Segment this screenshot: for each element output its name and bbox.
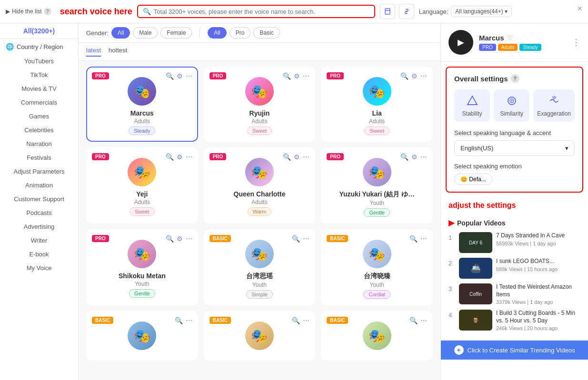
voice-card-row4a[interactable]: BASIC 🔍 ⋯ 🎭: [86, 311, 198, 361]
search-voice-icon[interactable]: 🔍: [283, 72, 291, 80]
settings-voice-icon[interactable]: ⚙: [177, 235, 183, 243]
emotion-button[interactable]: 😊 Defa...: [454, 174, 492, 185]
sidebar-item-movies-tv[interactable]: Movies & TV: [0, 82, 78, 96]
settings-voice-icon[interactable]: ⚙: [294, 153, 300, 161]
sidebar-country-region[interactable]: 🌐 Country / Region: [0, 39, 78, 54]
more-voice-icon[interactable]: ⋯: [303, 153, 309, 161]
more-voice-icon[interactable]: ⋯: [186, 235, 192, 243]
hide-list-button[interactable]: ▶ Hide the list ?: [6, 8, 51, 15]
sidebar-item-tiktok[interactable]: TikTok: [0, 68, 78, 82]
sidebar-item-narration[interactable]: Narration: [0, 137, 78, 151]
language-dropdown[interactable]: All languages(44+) ▾: [451, 6, 512, 17]
voice-card-shikoku[interactable]: PRO 🔍 ⚙ ⋯ 🎭 Shikoku Metan Youth Gentle: [86, 229, 198, 305]
voice-name: Lia: [372, 109, 382, 117]
voice-age: Adults: [369, 118, 385, 125]
sidebar-item-my-voice[interactable]: My Voice: [0, 261, 78, 275]
sidebar-item-animation[interactable]: Animation: [0, 178, 78, 192]
tab-hottest[interactable]: hottest: [109, 47, 127, 57]
link-icon-btn[interactable]: [399, 4, 414, 19]
bookmark-icon-btn[interactable]: [380, 4, 395, 19]
search-box[interactable]: 🔍: [137, 5, 375, 18]
video-item-4[interactable]: 4 🪵 I Build 3 Cutting Boards - 5 Min vs.…: [448, 310, 580, 331]
more-voice-icon[interactable]: ⋯: [420, 72, 427, 80]
search-voice-icon[interactable]: 🔍: [166, 235, 174, 243]
play-overlay[interactable]: ▶: [448, 30, 473, 55]
voice-avatar-yeji: 🎭: [128, 158, 156, 186]
filter-all-btn[interactable]: All: [111, 27, 130, 39]
more-options-button[interactable]: ⋮: [572, 37, 580, 48]
search-voice-icon[interactable]: 🔍: [166, 72, 174, 80]
bottom-cta[interactable]: + Click to Create Similar Trending Video…: [441, 341, 588, 360]
sidebar-item-adjust-parameters[interactable]: Adjust Parameters: [0, 165, 78, 178]
video-item-2[interactable]: 2 🚢 I sunk LEGO BOATS... 688k Views | 15…: [448, 258, 580, 279]
search-voice-icon[interactable]: 🔍: [409, 317, 418, 324]
speaking-language-label: Select speaking language & accent: [454, 129, 575, 136]
filter-basic-btn[interactable]: Basic: [253, 27, 279, 39]
more-voice-icon[interactable]: ⋯: [303, 317, 309, 324]
more-voice-icon[interactable]: ⋯: [420, 235, 427, 243]
video-item-1[interactable]: 1 DAY 6 7 Days Stranded In A Cave 56993k…: [448, 232, 580, 253]
voice-card-queen-charlotte[interactable]: PRO 🔍 ⚙ ⋯ 🎭 Queen Charlotte Adults Warm: [204, 147, 316, 224]
voice-card-yeji[interactable]: PRO 🔍 ⚙ ⋯ 🎭 Yeji Adults Sweet: [86, 147, 198, 224]
settings-voice-icon[interactable]: ⚙: [411, 153, 418, 161]
search-voice-icon[interactable]: 🔍: [283, 153, 291, 161]
video-item-3[interactable]: 3 Coffin I Tested the Weirdest Amazon It…: [448, 283, 580, 305]
settings-voice-icon[interactable]: ⚙: [177, 72, 183, 80]
voice-card-ryujin[interactable]: PRO 🔍 ⚙ ⋯ 🎭 Ryujin Adults Sweet: [204, 67, 316, 142]
sidebar-item-podcasts[interactable]: Podcasts: [0, 206, 78, 220]
more-voice-icon[interactable]: ⋯: [420, 317, 427, 324]
search-voice-icon[interactable]: 🔍: [409, 235, 418, 243]
stability-option[interactable]: Stability: [454, 89, 490, 122]
more-voice-icon[interactable]: ⋯: [186, 317, 192, 324]
sidebar-item-celebrities[interactable]: Celebrities: [0, 123, 78, 137]
voice-age: Adults: [251, 199, 267, 205]
voice-card-lia[interactable]: PRO 🔍 ⚙ ⋯ 🎭 Lia Adults Sweet: [321, 67, 433, 142]
sidebar-item-games[interactable]: Games: [0, 109, 78, 123]
search-voice-icon[interactable]: 🔍: [175, 317, 183, 324]
voice-card-yuzuki[interactable]: PRO 🔍 ⚙ ⋯ 🎭 Yuzuki Yukari (結月 ゆ… Youth G…: [321, 147, 433, 224]
voice-card-taiwan1[interactable]: BASIC 🔍 ⋯ 🎭 台湾思瑶 Youth Simple: [204, 229, 316, 305]
top-bar: ▶ Hide the list ? search voice here 🔍 La…: [0, 0, 588, 23]
search-voice-icon[interactable]: 🔍: [292, 235, 300, 243]
voice-card-actions: 🔍 ⋯: [292, 317, 309, 324]
voice-card-row4c[interactable]: BASIC 🔍 ⋯ 🎭: [321, 311, 433, 361]
sidebar-item-writer[interactable]: Writer: [0, 234, 78, 247]
sidebar-item-customer-support[interactable]: Customer Support: [0, 192, 78, 206]
sidebar-item-festivals[interactable]: Festivals: [0, 151, 78, 165]
video-title: I Build 3 Cutting Boards - 5 Min vs. 5 H…: [496, 310, 580, 324]
search-voice-icon[interactable]: 🔍: [292, 317, 300, 324]
close-button[interactable]: ×: [577, 4, 582, 14]
search-voice-icon[interactable]: 🔍: [400, 153, 409, 161]
search-voice-icon[interactable]: 🔍: [166, 153, 174, 161]
sidebar-item-commercials[interactable]: Commercials: [0, 96, 78, 109]
language-select-box[interactable]: English(US) ▾: [454, 140, 575, 156]
sidebar-item-advertising[interactable]: Advertising: [0, 220, 78, 234]
sidebar-all-button[interactable]: All(3200+): [0, 23, 78, 39]
voice-card-taiwan2[interactable]: BASIC 🔍 ⋯ 🎭 台湾晓臻 Youth Cordial: [321, 229, 433, 305]
more-voice-icon[interactable]: ⋯: [186, 153, 192, 161]
tab-latest[interactable]: latest: [86, 47, 101, 57]
voice-card-row4b[interactable]: BASIC 🔍 ⋯ 🎭: [204, 311, 316, 361]
filter-pro-btn[interactable]: Pro: [229, 27, 251, 39]
more-voice-icon[interactable]: ⋯: [186, 72, 192, 80]
settings-voice-icon[interactable]: ⚙: [411, 72, 418, 80]
help-icon[interactable]: ?: [511, 74, 519, 83]
search-voice-icon[interactable]: 🔍: [400, 72, 409, 80]
search-input[interactable]: [154, 8, 369, 15]
filter-tier-all-btn[interactable]: All: [208, 27, 226, 39]
voice-name: Marcus: [130, 109, 154, 117]
more-voice-icon[interactable]: ⋯: [303, 235, 309, 243]
more-voice-icon[interactable]: ⋯: [420, 153, 427, 161]
voice-card-marcus[interactable]: PRO 🔍 ⚙ ⋯ 🎭 Marcus Adults Steady: [86, 67, 198, 142]
exaggeration-option[interactable]: Exaggeration: [533, 89, 575, 122]
filter-male-btn[interactable]: Male: [133, 27, 158, 39]
filter-female-btn[interactable]: Female: [160, 27, 192, 39]
sidebar-item-youtubers[interactable]: YouTubers: [0, 54, 78, 68]
similarity-option[interactable]: Similarity: [494, 89, 529, 122]
settings-voice-icon[interactable]: ⚙: [294, 72, 300, 80]
voice-name: Queen Charlotte: [234, 190, 286, 198]
settings-voice-icon[interactable]: ⚙: [177, 153, 183, 161]
more-voice-icon[interactable]: ⋯: [303, 72, 309, 80]
sidebar-item-ebook[interactable]: E-book: [0, 247, 78, 261]
heart-icon[interactable]: ♡: [507, 34, 513, 42]
